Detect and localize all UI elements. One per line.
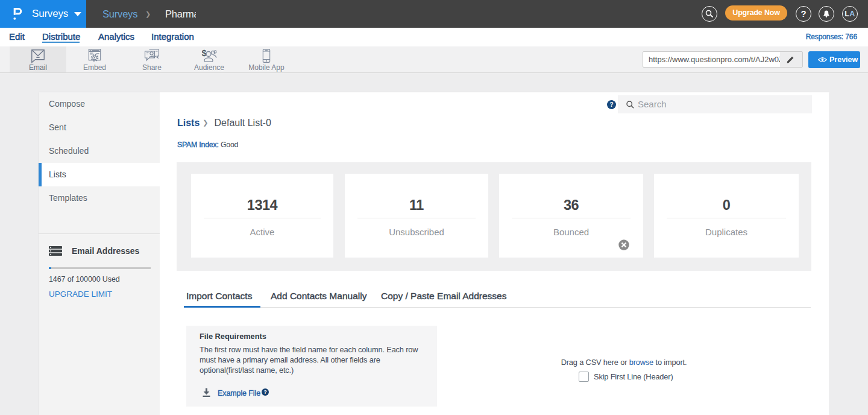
svg-text:?: ? bbox=[263, 389, 266, 395]
svg-text:?: ? bbox=[609, 101, 613, 108]
svg-text:$: $ bbox=[202, 48, 207, 58]
